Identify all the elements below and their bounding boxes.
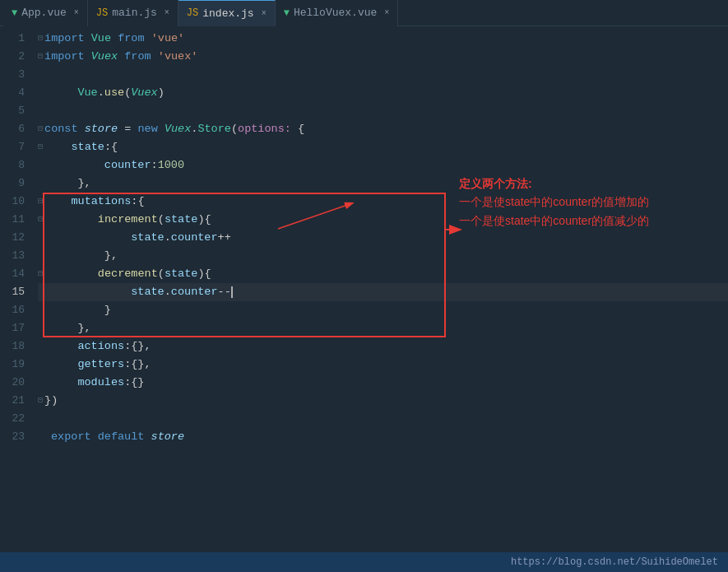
code-line-12: state . counter ++ — [38, 229, 728, 247]
code-line-18: actions :{}, — [38, 337, 728, 356]
line-num-9: 9 — [0, 174, 25, 193]
tab-index-js[interactable]: JS index.js × — [179, 0, 276, 26]
tab-label: index.js — [202, 7, 253, 20]
line-num-18: 18 — [0, 337, 25, 356]
fold-icon-7[interactable]: ⊟ — [38, 138, 43, 156]
line-num-14: 14 — [0, 265, 25, 283]
fold-icon-1[interactable]: ⊟ — [38, 30, 43, 48]
line-num-4: 4 — [0, 84, 25, 102]
vue-icon: ▼ — [284, 7, 290, 19]
status-url: https://blog.csdn.net/SuihideOmelet — [511, 556, 718, 568]
fold-icon-21[interactable]: ⊟ — [38, 392, 43, 410]
tab-label: main.js — [112, 7, 157, 19]
fold-icon-2[interactable]: ⊟ — [38, 48, 43, 66]
line-num-23: 23 — [0, 428, 25, 446]
tab-close-app-vue[interactable]: × — [74, 8, 79, 17]
status-bar: https://blog.csdn.net/SuihideOmelet — [0, 552, 728, 572]
code-line-20: modules :{} — [38, 374, 728, 392]
vue-icon: ▼ — [12, 7, 17, 19]
code-line-3 — [38, 66, 728, 84]
line-num-17: 17 — [0, 319, 25, 337]
tab-close-index-js[interactable]: × — [262, 9, 267, 18]
code-line-6: ⊟ const store = new Vuex . Store ( optio… — [38, 120, 728, 138]
tab-app-vue[interactable]: ▼ App.vue × — [3, 0, 88, 26]
js-icon: JS — [96, 7, 108, 19]
code-line-2: ⊟ import Vuex from 'vuex' — [38, 48, 728, 66]
code-line-1: ⊟ import Vue from 'vue' — [38, 30, 728, 48]
code-line-11: ⊟ increment ( state ){ — [38, 211, 728, 229]
tab-bar: ▼ App.vue × JS main.js × JS index.js × ▼… — [0, 0, 728, 26]
line-num-22: 22 — [0, 410, 25, 428]
line-num-11: 11 — [0, 211, 25, 229]
code-line-5 — [38, 102, 728, 120]
code-line-23: export default store — [38, 428, 728, 446]
code-line-4: Vue . use ( Vuex ) — [38, 84, 728, 102]
line-num-12: 12 — [0, 229, 25, 247]
line-num-19: 19 — [0, 356, 25, 374]
code-line-14: ⊟ decrement ( state ){ — [38, 265, 728, 283]
tab-label: HelloVuex.vue — [294, 7, 377, 19]
tab-hello-vuex-vue[interactable]: ▼ HelloVuex.vue × — [276, 0, 399, 26]
line-num-5: 5 — [0, 102, 25, 120]
line-num-6: 6 — [0, 120, 25, 138]
line-num-21: 21 — [0, 392, 25, 410]
fold-icon-11[interactable]: ⊟ — [38, 211, 43, 229]
line-num-10: 10 — [0, 193, 25, 211]
fold-icon-6[interactable]: ⊟ — [38, 120, 43, 138]
line-num-13: 13 — [0, 247, 25, 265]
line-num-8: 8 — [0, 156, 25, 174]
code-line-13: }, — [38, 247, 728, 265]
tab-label: App.vue — [21, 7, 67, 19]
tab-main-js[interactable]: JS main.js × — [88, 0, 179, 26]
code-line-17: }, — [38, 319, 728, 337]
fold-icon-14[interactable]: ⊟ — [38, 265, 43, 283]
line-num-3: 3 — [0, 66, 25, 84]
line-num-15: 15 — [0, 283, 25, 301]
code-line-16: } — [38, 301, 728, 319]
code-line-7: ⊟ state :{ — [38, 138, 728, 156]
code-line-21: ⊟ }) — [38, 392, 728, 410]
tab-close-hello-vuex[interactable]: × — [384, 8, 389, 17]
code-content[interactable]: ⊟ import Vue from 'vue' ⊟ import Vuex fr… — [31, 26, 728, 552]
line-num-2: 2 — [0, 48, 25, 66]
code-line-9: }, — [38, 174, 728, 193]
code-line-10: ⊟ mutations :{ — [38, 193, 728, 211]
line-num-20: 20 — [0, 374, 25, 392]
line-num-16: 16 — [0, 301, 25, 319]
code-line-8: counter : 1000 — [38, 156, 728, 174]
editor: 1 2 3 4 5 6 7 8 9 10 11 12 13 14 15 16 1… — [0, 26, 728, 552]
line-num-7: 7 — [0, 138, 25, 156]
tab-close-main-js[interactable]: × — [165, 8, 169, 17]
fold-icon-10[interactable]: ⊟ — [38, 193, 43, 211]
code-line-19: getters :{}, — [38, 356, 728, 374]
cursor — [231, 286, 233, 298]
code-line-22 — [38, 410, 728, 428]
line-numbers: 1 2 3 4 5 6 7 8 9 10 11 12 13 14 15 16 1… — [0, 26, 31, 552]
line-num-1: 1 — [0, 30, 25, 48]
js-icon: JS — [187, 7, 198, 19]
code-line-15: state . counter -- — [38, 283, 728, 301]
